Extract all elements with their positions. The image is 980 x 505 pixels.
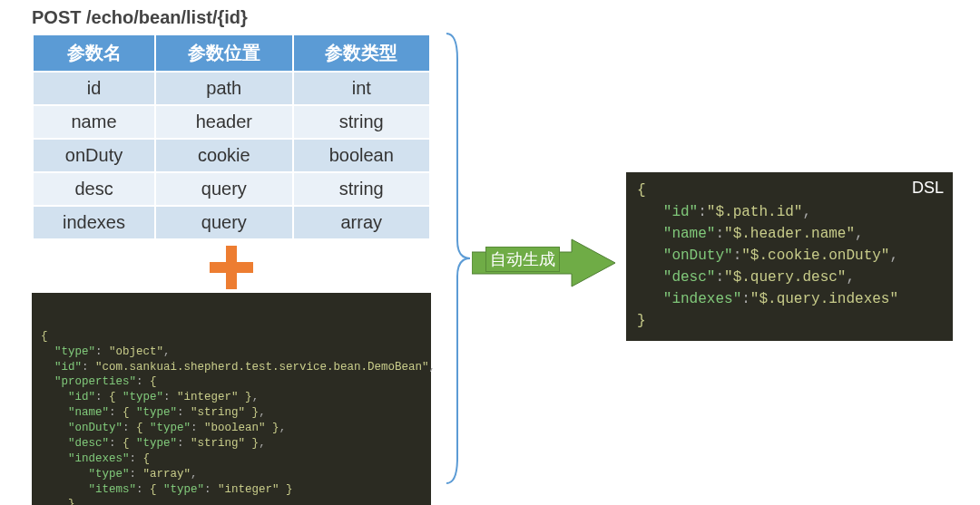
grouping-bracket-icon <box>445 32 472 485</box>
cell-pos: cookie <box>155 139 292 172</box>
cell-pos: query <box>155 172 292 206</box>
table-row: nameheaderstring <box>33 105 430 139</box>
cell-type: string <box>293 105 430 139</box>
cell-pos: header <box>155 105 292 139</box>
col-header-type: 参数类型 <box>293 34 430 72</box>
table-row: onDutycookieboolean <box>33 139 430 172</box>
cell-pos: path <box>155 72 292 105</box>
cell-type: array <box>293 206 430 239</box>
table-row: indexesqueryarray <box>33 206 430 239</box>
table-row: descquerystring <box>33 172 430 206</box>
cell-name: id <box>33 72 155 105</box>
dsl-code-box: DSL { "id":"$.path.id", "name":"$.header… <box>626 172 953 341</box>
col-header-name: 参数名 <box>33 34 155 72</box>
plus-icon <box>210 246 253 289</box>
cell-pos: query <box>155 206 292 239</box>
cell-name: name <box>33 105 155 139</box>
table-header-row: 参数名 参数位置 参数类型 <box>33 34 430 72</box>
col-header-position: 参数位置 <box>155 34 292 72</box>
cell-type: boolean <box>293 139 430 172</box>
http-method: POST <box>32 7 81 27</box>
cell-name: onDuty <box>33 139 155 172</box>
table-row: idpathint <box>33 72 430 105</box>
cell-type: int <box>293 72 430 105</box>
http-path: /echo/bean/list/{id} <box>86 7 248 27</box>
json-schema-code-box: { "type": "object", "id": "com.sankuai.s… <box>32 293 431 505</box>
left-column: POST /echo/bean/list/{id} 参数名 参数位置 参数类型 … <box>32 7 431 505</box>
params-table: 参数名 参数位置 参数类型 idpathintnameheaderstringo… <box>32 34 431 240</box>
cell-name: indexes <box>33 206 155 239</box>
api-endpoint-title: POST /echo/bean/list/{id} <box>32 7 431 28</box>
arrow-label: 自动生成 <box>485 247 560 272</box>
auto-generate-arrow: 自动生成 <box>472 236 617 290</box>
dsl-label: DSL <box>912 176 944 200</box>
cell-type: string <box>293 172 430 206</box>
cell-name: desc <box>33 172 155 206</box>
